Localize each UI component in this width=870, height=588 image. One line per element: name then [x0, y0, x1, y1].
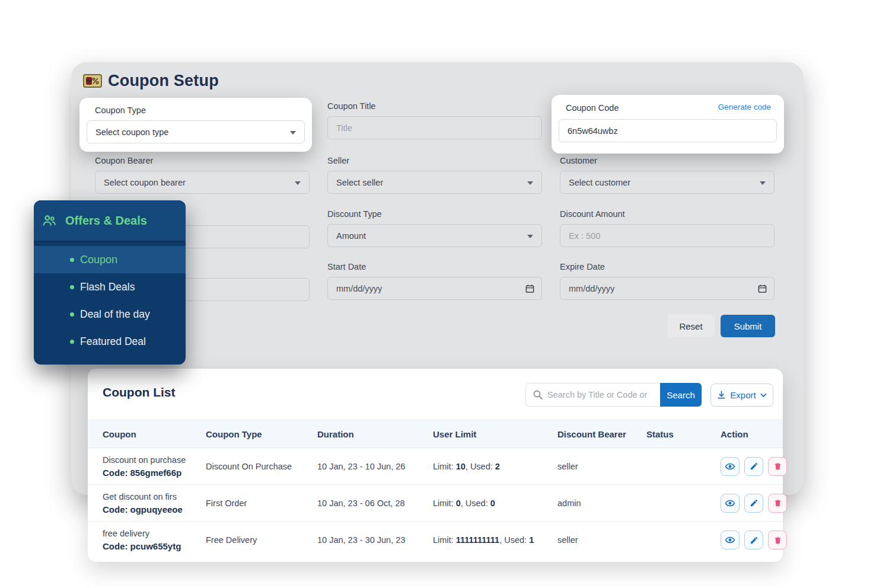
column-header-coupon: Coupon	[103, 429, 136, 439]
chevron-down-icon	[295, 181, 301, 185]
discount-type-selected-value: Amount	[336, 231, 366, 241]
coupon-name: Get discount on firs	[103, 490, 183, 503]
limit-label: Limit:	[433, 498, 454, 508]
discount-bearer-cell: admin	[557, 498, 581, 508]
seller-selected-value: Select seller	[336, 178, 383, 187]
limit-value: 0	[456, 498, 461, 508]
customer-selected-value: Select customer	[569, 178, 630, 187]
coupon-code-input[interactable]	[559, 119, 777, 142]
bullet-icon	[70, 312, 74, 317]
eye-icon	[725, 535, 735, 545]
expire-date-input[interactable]: mm/dd/yyyy	[560, 277, 775, 300]
discount-amount-input[interactable]	[560, 224, 775, 247]
seller-select[interactable]: Select seller	[327, 171, 542, 194]
discount-type-label: Discount Type	[327, 209, 542, 219]
coupon-type-selected-value: Select coupon type	[95, 127, 168, 137]
generate-code-link[interactable]: Generate code	[718, 103, 771, 111]
view-button[interactable]	[721, 531, 740, 549]
used-value: 0	[490, 498, 495, 508]
view-button[interactable]	[721, 494, 740, 513]
limit-value: 10	[456, 462, 466, 471]
edit-button[interactable]	[744, 494, 763, 513]
duration-cell: 10 Jan, 23 - 30 Jun, 23	[317, 535, 405, 545]
coupon-type-label: Coupon Type	[95, 106, 146, 115]
coupon-bearer-label: Coupon Bearer	[95, 156, 310, 165]
coupon-type-spotlight-card: Coupon Type Select coupon type	[79, 98, 312, 152]
discount-amount-label: Discount Amount	[560, 209, 775, 219]
offers-deals-header[interactable]: Offers & Deals	[34, 200, 186, 242]
search-input[interactable]	[547, 390, 654, 400]
used-value: 2	[495, 462, 500, 471]
coupon-name: Discount on purchase	[103, 453, 186, 466]
pencil-icon	[750, 498, 759, 507]
trash-icon	[773, 462, 782, 471]
coupon-title-input[interactable]	[327, 116, 542, 139]
toggle-knob	[635, 504, 645, 515]
expire-date-label: Expire Date	[560, 262, 775, 271]
limit-label: Limit:	[433, 535, 454, 545]
delete-button[interactable]	[768, 457, 787, 476]
search-group: Search	[525, 383, 702, 407]
column-header-action: Action	[721, 429, 748, 439]
coupon-name-cell: Discount on purchase Code:856gmef66p	[103, 453, 186, 479]
separator: ,	[461, 498, 463, 508]
coupon-code: pcuw655ytg	[130, 541, 181, 551]
used-value: 1	[529, 535, 534, 545]
start-date-input[interactable]: mm/dd/yyyy	[327, 277, 542, 300]
export-button[interactable]: Export	[710, 384, 773, 407]
users-group-icon	[42, 213, 57, 228]
view-button[interactable]	[721, 457, 740, 476]
column-header-coupon-type: Coupon Type	[206, 429, 262, 439]
coupon-type-cell: Discount On Purchase	[206, 462, 292, 471]
coupon-bearer-select[interactable]: Select coupon bearer	[95, 171, 310, 194]
coupon-list-title: Coupon List	[103, 385, 175, 400]
page: Coupon Setup Coupon Type Select coupon t…	[0, 0, 870, 588]
coupon-type-select[interactable]: Select coupon type	[87, 120, 305, 143]
pencil-icon	[750, 536, 759, 545]
table-header-row: Coupon Coupon Type Duration User Limit D…	[88, 420, 783, 448]
table-row: free delivery Code:pcuw655ytg Free Deliv…	[88, 522, 783, 558]
menu-item-flash-deals[interactable]: Flash Deals	[34, 273, 186, 301]
coupon-bearer-selected-value: Select coupon bearer	[104, 178, 186, 187]
discount-bearer-cell: seller	[557, 462, 578, 471]
search-box	[525, 383, 660, 407]
bullet-icon	[70, 285, 74, 289]
coupon-ticket-icon-stub	[86, 77, 92, 85]
submit-button[interactable]: Submit	[721, 315, 775, 337]
coupon-ticket-icon	[83, 74, 102, 88]
trash-icon	[773, 536, 782, 545]
coupon-type-cell: Free Delivery	[206, 535, 257, 545]
calendar-icon[interactable]	[758, 284, 767, 293]
menu-item-label: Featured Deal	[80, 335, 146, 348]
search-button[interactable]: Search	[660, 383, 702, 407]
edit-button[interactable]	[744, 531, 763, 549]
menu-item-coupon[interactable]: Coupon	[34, 246, 186, 273]
delete-button[interactable]	[768, 494, 787, 513]
separator: ,	[466, 462, 468, 471]
calendar-icon[interactable]	[525, 284, 534, 293]
edit-button[interactable]	[744, 457, 763, 476]
discount-type-select[interactable]: Amount	[327, 224, 542, 247]
eye-icon	[725, 498, 735, 509]
limit-label: Limit:	[433, 462, 454, 471]
delete-button[interactable]	[768, 531, 787, 549]
coupon-name-cell: free delivery Code:pcuw655ytg	[103, 528, 181, 553]
column-header-status: Status	[646, 429, 674, 439]
menu-item-deal-of-the-day[interactable]: Deal of the day	[34, 301, 186, 328]
chevron-down-icon	[760, 181, 766, 185]
menu-item-featured-deal[interactable]: Featured Deal	[34, 328, 186, 355]
reset-button[interactable]: Reset	[667, 315, 715, 337]
customer-select[interactable]: Select customer	[560, 171, 775, 194]
percent-icon	[92, 77, 99, 85]
separator: ,	[499, 535, 502, 545]
discount-type-field-group: Discount Type Amount	[327, 209, 542, 247]
action-buttons	[721, 531, 787, 549]
table-row: Discount on purchase Code:856gmef66p Dis…	[88, 448, 783, 485]
column-header-duration: Duration	[317, 429, 354, 439]
coupon-list-card: Coupon List Search Export C	[88, 369, 783, 562]
coupon-code: ogpuqyeeoe	[130, 504, 183, 514]
user-limit-cell: Limit: 1111111111, Used: 1	[433, 535, 534, 545]
column-header-user-limit: User Limit	[433, 429, 476, 439]
used-label: Used:	[504, 535, 527, 545]
chevron-down-icon	[290, 131, 296, 135]
